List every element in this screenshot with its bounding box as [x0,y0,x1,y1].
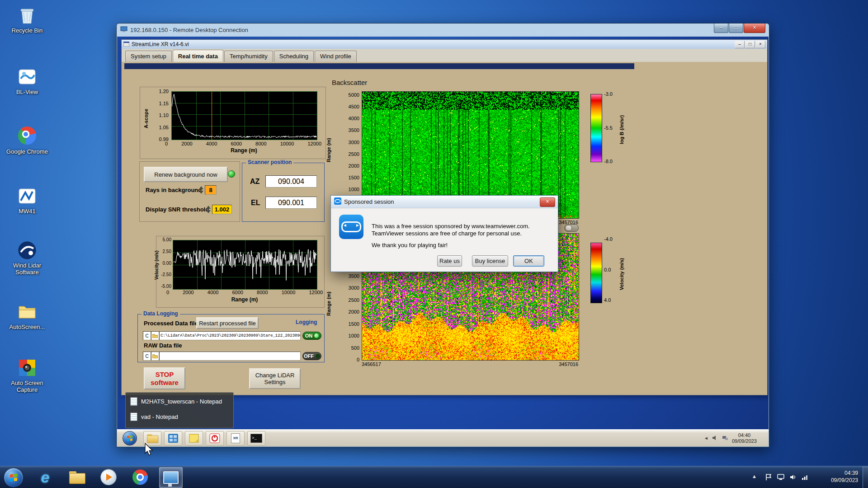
taskbar-item-internet-explorer[interactable]: e [35,467,55,487]
app-titlebar[interactable]: StreamLine XR v14-6.vi – □ × [122,40,767,49]
snr-spinner[interactable] [206,205,211,214]
taskbar-item-chrome[interactable] [130,467,150,487]
browse-folder-icon[interactable] [151,331,159,340]
network-icon[interactable] [801,473,809,481]
raw-logging-toggle[interactable]: OFF [302,352,321,360]
dialog-title: Sponsored session [344,198,394,205]
buy-license-button[interactable]: Buy license [472,255,508,267]
dialog-titlebar[interactable]: Sponsored session × [331,196,558,208]
tick-label: 4000 [208,290,218,295]
velocity-display-switch[interactable] [564,224,579,232]
scanner-position-group: Scanner position [242,163,325,222]
action-center-flag-icon[interactable] [764,473,773,481]
taskbar-item-media-player[interactable] [99,467,118,487]
rdp-titlebar[interactable]: 192.168.0.150 - Remote Desktop Connectio… [117,23,769,37]
tab-system-setup[interactable]: System setup [125,51,172,62]
rate-us-button[interactable]: Rate us [437,255,462,267]
recycle-bin-icon [17,5,37,25]
chrome-icon [17,127,37,146]
remote-network-icon[interactable] [722,434,728,442]
remote-tray-expand-icon[interactable]: ◄ [704,436,708,441]
drive-selector[interactable]: C [143,331,151,340]
chrome-icon [132,469,148,485]
tick-label: 4000 [349,116,359,121]
desktop-icon-google-chrome[interactable]: Google Chrome [5,126,50,155]
processed-logging-toggle[interactable]: ON [302,332,321,340]
stop-software-button[interactable]: STOP software [144,367,185,389]
tick-label: 10000 [282,290,296,295]
raw-drive-selector[interactable]: C [143,352,151,361]
tick-label: -3.0 [604,91,613,97]
processed-data-path-field[interactable]: C:\LidarA\Data\Proc\2023\202309\20230909… [159,331,301,340]
rays-spinner[interactable] [198,186,203,194]
change-lidar-settings-button[interactable]: Change LiDAR Settings [249,368,301,389]
teamviewer-logo [339,215,363,239]
remote-start-button[interactable] [123,431,137,446]
tick-label: 0.00 [163,261,171,266]
desktop-icon-label: BL-View [5,89,50,95]
tick-label: 2000 [349,309,359,314]
dialog-text-line2: TeamViewer sessions are free of charge f… [372,230,522,237]
ok-button[interactable]: OK [513,255,544,267]
dialog-close-button[interactable]: × [540,197,555,207]
data-logging-title: Data Logging [142,310,180,317]
taskbar-clock[interactable]: 04:39 09/09/2023 [822,469,858,484]
app-minimize-button[interactable]: – [735,41,745,48]
xr-doc-glyph: XR [231,433,240,443]
taskbar-item-remote-desktop[interactable] [159,467,183,488]
desktop-icon-wind-lidar[interactable]: Wind Lidar Software [5,240,50,276]
desktop-icon-autoscreen-folder[interactable]: AutoScreen... [5,302,50,330]
velocity-colorbar-label: Velocity (m/s) [619,245,624,304]
restart-processed-file-button[interactable]: Restart processed file [196,317,259,329]
desktop-icon-label: Recycle Bin [5,27,50,34]
app-restore-button[interactable]: □ [745,41,755,48]
quicklaunch-stop-power[interactable] [206,431,224,446]
taskbar-item-explorer[interactable] [67,467,87,487]
tab-temp-humidity[interactable]: Temp/humidity [224,51,273,62]
az-value-field[interactable]: 090.004 [265,175,317,188]
velocity-plot-canvas [173,240,317,290]
rdp-tray-icon[interactable] [777,473,785,481]
desktop-icon-bl-view[interactable]: BL-View [5,67,50,95]
app-close-button[interactable]: × [755,41,765,48]
snr-value-field[interactable]: 1.002 [212,205,232,214]
tick-label: 1.15 [159,101,169,106]
raw-browse-folder-icon[interactable] [151,352,159,361]
el-value-field[interactable]: 090.001 [265,197,317,209]
raw-data-path-field[interactable] [159,352,301,361]
quicklaunch-xr-document[interactable]: XR [226,431,245,446]
desktop-icon-label: AutoScreen... [5,324,50,330]
window-list-item[interactable]: M2HATS_towerscan - Notepad [126,394,233,409]
tab-real-time-data[interactable]: Real time data [173,50,223,62]
tray-expand-icon[interactable]: ▲ [752,474,757,479]
quicklaunch-console[interactable]: >_ [247,431,265,446]
rdp-minimize-button[interactable]: – [714,23,728,33]
tab-wind-profile[interactable]: Wind profile [315,51,357,62]
rdp-computer-icon [120,26,127,34]
renew-background-button[interactable]: Renew background now [144,167,228,182]
raw-data-file-label: RAW Data file [144,342,182,349]
desktop-icon-auto-screen-capture[interactable]: Auto Screen Capture [5,358,50,393]
tick-label: 12000 [307,141,321,146]
volume-icon[interactable] [789,473,797,481]
start-button[interactable] [4,468,24,488]
rdp-close-button[interactable]: × [744,23,765,33]
ascope-x-axis-label: Range (m) [171,147,316,154]
ascope-yticks: 1.201.151.101.050.99 [151,89,169,142]
tick-label: 1500 [349,175,359,180]
wind-lidar-icon [17,240,37,260]
desktop-icon-mw41[interactable]: MW41 [5,186,50,215]
show-desktop-button[interactable] [863,466,868,488]
remote-clock[interactable]: 04:40 09/09/2023 [732,432,757,444]
desktop-icon-recycle-bin[interactable]: Recycle Bin [5,5,50,34]
quicklaunch-notes[interactable] [185,431,203,446]
window-list-item[interactable]: vad - Notepad [126,409,233,424]
tick-label: 3500 [349,273,359,279]
tab-scheduling[interactable]: Scheduling [274,51,314,62]
tick-label: 6000 [231,141,241,146]
rdp-maximize-button[interactable]: □ [729,23,743,33]
quicklaunch-blueapp[interactable] [164,431,182,446]
rays-in-background-label: Rays in background [146,187,202,193]
remote-volume-icon[interactable] [712,434,718,442]
rays-value-field[interactable]: 8 [205,185,217,195]
